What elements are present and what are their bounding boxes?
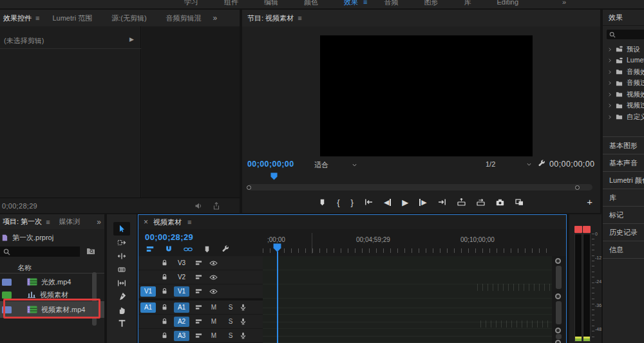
track-height-handle[interactable] xyxy=(555,328,561,333)
tab-info[interactable]: 信息 xyxy=(603,241,644,258)
project-item-video-clip-selected[interactable]: 视频素材.mp4 xyxy=(0,301,104,318)
source-patch-empty[interactable] xyxy=(140,317,156,327)
tab-essential-sound[interactable]: 基本声音 xyxy=(603,154,644,171)
source-patch-empty[interactable] xyxy=(140,272,156,283)
effects-folder-video-transitions[interactable]: 视频过渡 xyxy=(603,100,644,112)
play-button[interactable]: ▶ xyxy=(402,198,408,207)
chevron-right-icon[interactable] xyxy=(607,115,612,120)
comparison-view-icon[interactable] xyxy=(515,198,524,206)
voiceover-mic-icon[interactable] xyxy=(240,318,247,325)
tab-lumetri-color[interactable]: Lumetri 颜色 xyxy=(603,171,644,189)
project-scrollbar-thumb[interactable] xyxy=(92,272,97,326)
tab-overflow-chevron[interactable]: » xyxy=(97,218,101,227)
timeline-timecode[interactable]: 00;00;28;29 xyxy=(145,232,193,242)
workspace-tab-libraries[interactable]: 库 xyxy=(464,0,471,8)
chevron-right-icon[interactable] xyxy=(607,47,612,52)
tab-program-monitor[interactable]: 节目: 视频素材 ≡ xyxy=(247,14,302,23)
source-patch-v1[interactable]: V1 xyxy=(140,286,156,297)
zoom-level-select[interactable]: 适合 xyxy=(314,160,357,170)
effect-controls-timecode[interactable]: 0;00;28;29 xyxy=(2,202,37,210)
chevron-right-icon[interactable] xyxy=(607,58,612,63)
project-item-sequence[interactable]: 视频素材 xyxy=(0,288,104,301)
track-a1-content[interactable] xyxy=(263,301,552,315)
workspace-tab-assembly[interactable]: 组件 xyxy=(224,0,238,8)
chevron-right-icon[interactable] xyxy=(607,103,612,108)
workspace-tab-editing-custom[interactable]: Editing xyxy=(497,0,518,8)
sync-lock-icon[interactable] xyxy=(195,304,202,311)
clip-indicator-right[interactable] xyxy=(583,226,591,233)
selection-tool[interactable] xyxy=(113,222,130,236)
track-target-a1[interactable]: A1 xyxy=(174,302,189,313)
effects-folder-custom[interactable]: 自定义项 xyxy=(603,111,644,123)
scrollbar-thumb[interactable] xyxy=(556,301,562,324)
tab-project[interactable]: 项目: 第一次 ≡ xyxy=(3,217,50,227)
track-select-forward-tool[interactable] xyxy=(113,236,130,249)
close-icon[interactable]: × xyxy=(144,218,148,227)
sync-lock-icon[interactable] xyxy=(195,332,202,339)
label-color-chip[interactable] xyxy=(2,292,12,299)
track-v2-content[interactable] xyxy=(263,270,552,284)
hand-tool[interactable] xyxy=(113,303,130,317)
effects-search-input[interactable] xyxy=(607,30,644,39)
tab-source-monitor[interactable]: 源:(无剪辑) xyxy=(111,14,146,23)
tab-timeline-sequence[interactable]: 视频素材 xyxy=(153,218,182,227)
project-item-guangxiao[interactable]: 光效.mp4 xyxy=(0,275,104,288)
program-playhead-icon[interactable] xyxy=(270,172,278,180)
workspace-overflow-chevron[interactable]: » xyxy=(562,0,566,8)
project-file-row[interactable]: 第一次.prproj xyxy=(1,233,53,243)
workspace-tab-learning[interactable]: 学习 xyxy=(184,0,198,8)
effects-folder-audio-effects[interactable]: 音频效果 xyxy=(603,66,644,78)
lock-icon[interactable] xyxy=(161,273,168,281)
nest-sequence-icon[interactable] xyxy=(146,245,154,253)
sync-lock-icon[interactable] xyxy=(195,318,202,325)
tab-markers[interactable]: 标记 xyxy=(603,206,644,223)
solo-button[interactable]: S xyxy=(225,304,236,311)
track-height-handle[interactable] xyxy=(555,340,561,343)
export-icon[interactable] xyxy=(213,202,220,210)
expander-arrow-icon[interactable]: ▶ xyxy=(129,36,134,42)
panel-menu-icon[interactable]: ≡ xyxy=(46,218,50,226)
extract-icon[interactable] xyxy=(477,198,485,206)
effects-folder-presets[interactable]: 预设 xyxy=(603,44,644,55)
effects-folder-audio-transitions[interactable]: 音频过渡 xyxy=(603,78,644,89)
label-color-chip[interactable] xyxy=(2,279,12,286)
button-editor-plus[interactable]: + xyxy=(587,196,592,207)
source-patch-empty[interactable] xyxy=(140,258,156,268)
effects-folder-video-effects[interactable]: 视频效果 xyxy=(603,89,644,100)
settings-wrench-icon[interactable] xyxy=(538,160,545,167)
tab-overflow-chevron[interactable]: » xyxy=(213,14,218,23)
lock-icon[interactable] xyxy=(161,288,168,295)
razor-tool[interactable] xyxy=(113,263,130,276)
tab-effect-controls[interactable]: 效果控件 ≡ xyxy=(3,14,39,23)
label-color-chip[interactable] xyxy=(2,306,12,313)
scrubber-left-handle[interactable] xyxy=(247,185,251,190)
slip-tool[interactable] xyxy=(113,276,130,290)
step-forward-button[interactable]: ▶ xyxy=(419,199,426,206)
track-height-handle[interactable] xyxy=(555,258,561,264)
sync-lock-icon[interactable] xyxy=(195,288,202,295)
workspace-tab-color[interactable]: 颜色 xyxy=(304,0,318,8)
panel-menu-icon[interactable]: ≡ xyxy=(35,14,39,22)
timeline-scrollbar[interactable] xyxy=(552,256,566,343)
ripple-edit-tool[interactable] xyxy=(113,249,130,263)
track-target-v2[interactable]: V2 xyxy=(174,272,189,283)
linked-selection-icon[interactable] xyxy=(184,246,193,253)
program-scrubber-bar[interactable] xyxy=(247,184,592,190)
audio-loop-playback-icon[interactable] xyxy=(194,202,202,210)
panel-menu-icon[interactable]: ≡ xyxy=(298,14,301,22)
track-target-a3[interactable]: A3 xyxy=(174,331,189,341)
search-bin-folder-icon[interactable] xyxy=(86,247,95,255)
timeline-ruler[interactable]: ;00;00 00;04;59;29 00;10;00;00 xyxy=(263,230,552,256)
tab-lumetri-scopes[interactable]: Lumetri 范围 xyxy=(52,14,92,23)
lift-icon[interactable] xyxy=(457,198,466,206)
go-to-out-icon[interactable] xyxy=(438,198,446,206)
tab-essential-graphics[interactable]: 基本图形 xyxy=(603,136,644,154)
source-patch-a1[interactable]: A1 xyxy=(140,302,156,313)
mute-button[interactable]: M xyxy=(209,318,219,325)
tab-libraries[interactable]: 库 xyxy=(603,189,644,206)
column-header-name[interactable]: 名称 xyxy=(0,263,104,273)
tab-audio-clip-mixer[interactable]: 音频剪辑混 xyxy=(166,14,202,23)
eye-icon[interactable] xyxy=(209,274,218,281)
mark-out-button[interactable]: } xyxy=(351,198,354,207)
chevron-right-icon[interactable] xyxy=(607,70,612,75)
